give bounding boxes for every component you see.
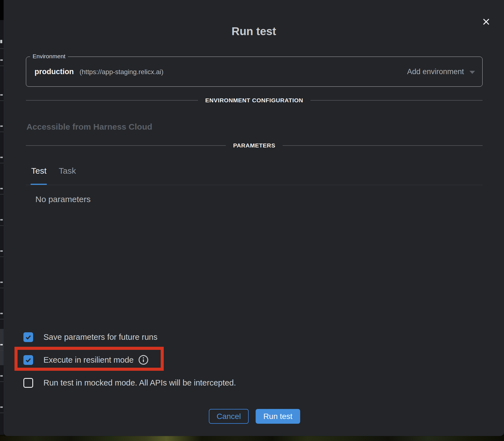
- checkbox-label: Execute in resilient mode: [43, 355, 134, 365]
- section-divider-parameters: PARAMETERS: [26, 142, 483, 149]
- divider-line: [26, 145, 226, 146]
- checkbox-label: Save parameters for future runs: [43, 333, 157, 342]
- info-icon[interactable]: [138, 354, 149, 365]
- chevron-down-icon: [469, 71, 475, 74]
- mocked-mode-checkbox[interactable]: [23, 378, 33, 388]
- empty-state-text: No parameters: [35, 195, 90, 204]
- checkmark-icon: [25, 333, 32, 341]
- tab-test[interactable]: Test: [31, 166, 47, 176]
- section-title: ENVIRONMENT CONFIGURATION: [205, 97, 303, 104]
- cancel-button[interactable]: Cancel: [209, 409, 249, 424]
- background-header-strip: [0, 0, 4, 20]
- run-test-dialog: Run test Environment production (https:/…: [4, 0, 504, 436]
- environment-select[interactable]: Environment production (https://app-stag…: [26, 57, 483, 87]
- checkbox-label: Run test in mocked mode. All APIs will b…: [43, 378, 236, 387]
- resilient-mode-checkbox[interactable]: [23, 355, 33, 365]
- environment-url: (https://app-staging.relicx.ai): [79, 68, 163, 76]
- save-parameters-checkbox[interactable]: [23, 332, 33, 342]
- close-x-glyph: [482, 18, 490, 26]
- add-environment-dropdown[interactable]: Add environment: [407, 67, 475, 76]
- add-environment-label: Add environment: [407, 67, 464, 76]
- divider-line: [283, 145, 483, 146]
- save-parameters-row: Save parameters for future runs: [23, 332, 157, 342]
- section-title: PARAMETERS: [233, 142, 275, 149]
- divider-line: [310, 100, 483, 101]
- mocked-mode-row: Run test in mocked mode. All APIs will b…: [23, 378, 236, 388]
- environment-value: production (https://app-staging.relicx.a…: [35, 67, 163, 76]
- tabs-baseline: [26, 185, 483, 185]
- run-test-button[interactable]: Run test: [256, 409, 300, 424]
- dialog-title: Run test: [4, 25, 504, 38]
- environment-name: production: [35, 67, 74, 76]
- background-selected-row: [0, 329, 4, 365]
- background-page-sliver: [0, 0, 4, 436]
- environment-legend: Environment: [30, 53, 68, 60]
- tab-task[interactable]: Task: [59, 166, 76, 176]
- accessible-from-harness-cloud-note: Accessible from Harness Cloud: [26, 122, 152, 132]
- section-divider-environment-configuration: ENVIRONMENT CONFIGURATION: [26, 97, 483, 104]
- checkmark-icon: [25, 356, 32, 364]
- screen: Run test Environment production (https:/…: [0, 0, 504, 441]
- resilient-mode-row: Execute in resilient mode: [23, 355, 149, 365]
- divider-line: [26, 100, 198, 101]
